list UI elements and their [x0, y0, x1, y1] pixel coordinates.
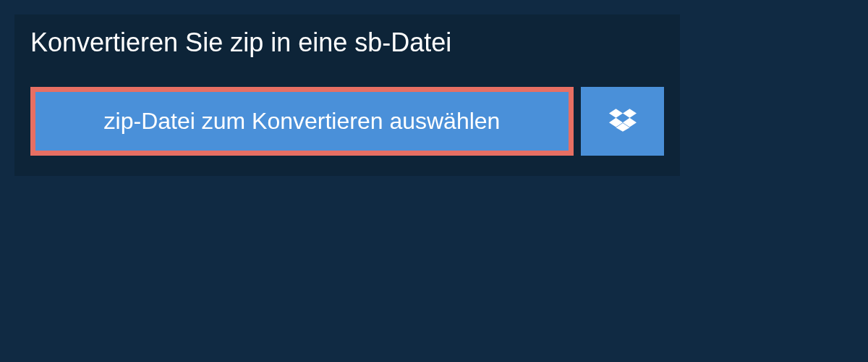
- dropbox-button[interactable]: [581, 87, 664, 156]
- button-row: zip-Datei zum Konvertieren auswählen: [14, 71, 680, 176]
- heading-wrapper: Konvertieren Sie zip in eine sb-Datei: [14, 14, 467, 71]
- select-file-button[interactable]: zip-Datei zum Konvertieren auswählen: [30, 87, 574, 156]
- conversion-panel: Konvertieren Sie zip in eine sb-Datei zi…: [14, 14, 680, 176]
- dropbox-icon: [609, 106, 637, 137]
- select-file-label: zip-Datei zum Konvertieren auswählen: [104, 108, 501, 135]
- page-title: Konvertieren Sie zip in eine sb-Datei: [30, 28, 451, 58]
